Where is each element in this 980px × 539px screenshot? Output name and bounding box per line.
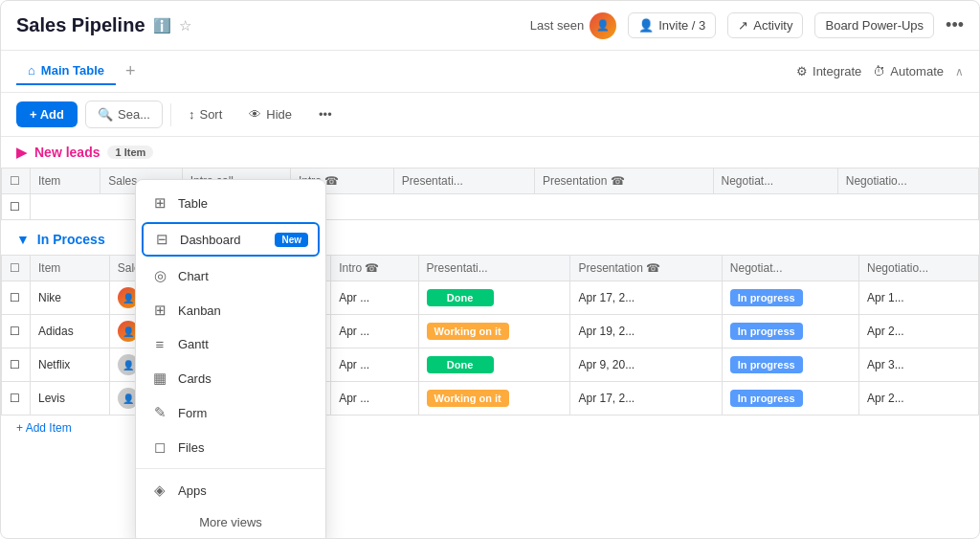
- menu-item-chart[interactable]: ◎ Chart: [136, 258, 325, 293]
- hide-button[interactable]: 👁 Hide: [239, 102, 301, 126]
- menu-divider: [136, 468, 325, 469]
- status-badge: In progress: [730, 323, 803, 340]
- tab-bar: ⌂ Main Table + ⚙ Integrate ⏱ Automate ∧: [1, 51, 979, 93]
- row-intro-phone: Apr ...: [331, 315, 418, 348]
- group-collapse-icon: ▶: [16, 145, 27, 160]
- group-badge: 1 Item: [107, 146, 153, 159]
- row-item: Levis: [31, 382, 110, 415]
- app-title: Sales Pipeline: [16, 14, 145, 36]
- row-checkbox[interactable]: ☐: [2, 348, 31, 382]
- last-seen-label: Last seen: [530, 18, 584, 33]
- col-item: Item: [31, 256, 110, 281]
- row-presentation: Working on it: [418, 315, 570, 348]
- search-icon: 🔍: [98, 107, 113, 122]
- row-item: Netflix: [31, 348, 110, 382]
- row-checkbox[interactable]: ☐: [2, 382, 31, 415]
- add-tab-button[interactable]: +: [120, 57, 142, 85]
- menu-item-dashboard[interactable]: ⊟ Dashboard New: [142, 222, 320, 257]
- sort-button[interactable]: ↕ Sort: [179, 102, 232, 126]
- row-pres-phone: Apr 19, 2...: [570, 315, 722, 348]
- table-icon: ⊞: [151, 194, 168, 212]
- hide-icon: 👁: [249, 107, 261, 122]
- row-checkbox[interactable]: ☐: [2, 281, 31, 315]
- invite-icon: 👤: [638, 18, 654, 33]
- tab-bar-left: ⌂ Main Table +: [16, 57, 142, 85]
- app-header: Sales Pipeline ℹ️ ☆ Last seen 👤 👤 Invite…: [1, 1, 979, 51]
- row-presentation: Done: [418, 348, 570, 382]
- home-icon: ⌂: [28, 63, 35, 78]
- sort-icon: ↕: [189, 107, 195, 122]
- new-badge: New: [275, 233, 308, 247]
- files-icon: ◻: [151, 438, 168, 456]
- col-presentation: Presentati...: [393, 168, 534, 194]
- group-new-leads[interactable]: ▶ New leads 1 Item: [1, 137, 979, 168]
- row-checkbox[interactable]: ☐: [2, 315, 31, 348]
- more-toolbar-button[interactable]: •••: [309, 102, 342, 126]
- gantt-icon: ≡: [151, 336, 168, 352]
- last-seen: Last seen 👤: [530, 12, 616, 39]
- toolbar-separator: [170, 103, 171, 126]
- view-dropdown-menu: ⊞ Table ⊟ Dashboard New ◎ Chart ⊞ Kanban…: [135, 179, 326, 538]
- header-right: Last seen 👤 👤 Invite / 3 ↗ Activity Boar…: [530, 12, 964, 39]
- row-item: Adidas: [31, 315, 110, 348]
- dashboard-icon: ⊟: [153, 231, 170, 248]
- status-badge: In progress: [730, 289, 803, 306]
- col-negotiatio: Negotiatio...: [837, 168, 978, 194]
- col-negotiatio: Negotiatio...: [859, 256, 979, 281]
- row-negotiat: In progress: [722, 348, 858, 382]
- checkbox-header: ☐: [2, 256, 31, 281]
- menu-item-cards[interactable]: ▦ Cards: [136, 361, 325, 395]
- row-pres-phone: Apr 9, 20...: [570, 348, 722, 382]
- avatar: 👤: [590, 12, 616, 39]
- col-presentation: Presentati...: [418, 256, 570, 281]
- more-options-button[interactable]: •••: [946, 15, 964, 35]
- add-button[interactable]: + Add: [16, 101, 78, 127]
- activity-button[interactable]: ↗ Activity: [727, 12, 803, 38]
- info-icon[interactable]: ℹ️: [153, 17, 171, 34]
- row-item: Nike: [31, 281, 110, 315]
- row-intro-phone: Apr ...: [331, 382, 418, 415]
- kanban-icon: ⊞: [151, 302, 168, 319]
- status-badge: In progress: [730, 390, 803, 407]
- collapse-icon[interactable]: ∧: [955, 65, 964, 79]
- status-badge: Done: [427, 289, 494, 306]
- toolbar: + Add 🔍 Sea... ↕ Sort 👁 Hide •••: [1, 93, 979, 137]
- board-power-ups-button[interactable]: Board Power-Ups: [814, 12, 934, 38]
- group-label: New leads: [34, 145, 100, 160]
- automate-button[interactable]: ⏱ Automate: [873, 64, 944, 79]
- menu-item-form[interactable]: ✎ Form: [136, 395, 325, 430]
- checkbox-header: ☐: [2, 168, 31, 194]
- status-badge: Done: [427, 356, 494, 373]
- integrate-button[interactable]: ⚙ Integrate: [796, 64, 861, 79]
- row-intro-phone: Apr ...: [331, 348, 418, 382]
- group-expand-icon: ▼: [16, 232, 30, 247]
- row-negotiat: In progress: [722, 315, 858, 348]
- row-presentation: Working on it: [418, 382, 570, 415]
- apps-icon: ◈: [151, 482, 168, 499]
- chart-icon: ◎: [151, 267, 168, 284]
- menu-item-kanban[interactable]: ⊞ Kanban: [136, 293, 325, 327]
- search-button[interactable]: 🔍 Sea...: [85, 101, 163, 128]
- row-pres-phone: Apr 17, 2...: [570, 281, 722, 315]
- col-negotiat: Negotiat...: [713, 168, 837, 194]
- main-content: ▶ New leads 1 Item ☐ Item Sales Intro ca…: [1, 137, 979, 538]
- col-item: Item: [31, 168, 100, 194]
- col-pres-phone: Presentation ☎: [570, 256, 722, 281]
- menu-item-files[interactable]: ◻ Files: [136, 430, 325, 464]
- form-icon: ✎: [151, 404, 168, 421]
- row-negotiatio: Apr 2...: [859, 315, 979, 348]
- row-pres-phone: Apr 17, 2...: [570, 382, 722, 415]
- more-views-button[interactable]: More views: [136, 507, 325, 537]
- star-icon[interactable]: ☆: [179, 17, 191, 34]
- menu-item-gantt[interactable]: ≡ Gantt: [136, 327, 325, 361]
- tab-main-table[interactable]: ⌂ Main Table: [16, 57, 116, 85]
- col-intro-phone: Intro ☎: [331, 256, 418, 281]
- invite-button[interactable]: 👤 Invite / 3: [628, 12, 716, 38]
- row-negotiatio: Apr 3...: [859, 348, 979, 382]
- integrate-icon: ⚙: [796, 64, 808, 79]
- row-checkbox[interactable]: ☐: [2, 194, 31, 220]
- status-badge: In progress: [730, 356, 803, 373]
- menu-item-apps[interactable]: ◈ Apps: [136, 473, 325, 507]
- menu-item-table[interactable]: ⊞ Table: [136, 186, 325, 220]
- row-intro-phone: Apr ...: [331, 281, 418, 315]
